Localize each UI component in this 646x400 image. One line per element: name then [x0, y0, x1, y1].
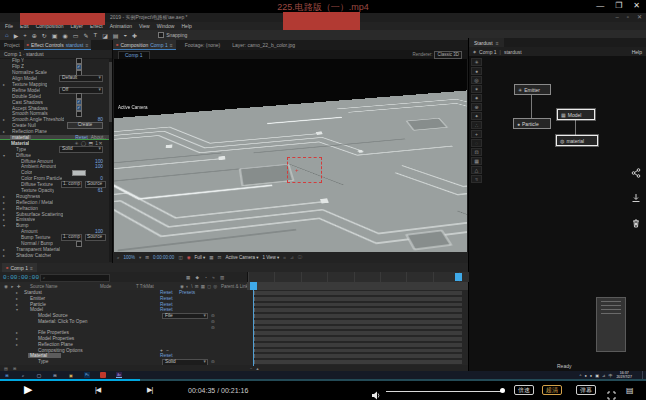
node-particle[interactable]: ● Particle	[513, 118, 551, 129]
tool-icon[interactable]: ◪	[102, 32, 108, 39]
twirl-icon[interactable]	[3, 194, 7, 199]
stopwatch-icon[interactable]: ⊙	[211, 319, 215, 324]
tool-icon[interactable]: ◒	[123, 32, 127, 39]
node-type-icon[interactable]: ◎	[471, 76, 482, 84]
tab-composition[interactable]: ■ Composition Comp 1 ≡	[113, 40, 176, 50]
viewport-toolbar-item[interactable]: ◉	[187, 255, 191, 260]
tray-icon[interactable]: ⊿	[602, 373, 605, 378]
twirl-icon[interactable]	[3, 129, 7, 134]
selection-rectangle[interactable]	[287, 157, 322, 183]
twirl-icon[interactable]	[3, 253, 7, 258]
taskbar-app-icon[interactable]: ⊞	[4, 372, 10, 378]
node-material[interactable]: ◍ material	[556, 135, 598, 146]
next-button[interactable]: ▶|	[147, 386, 152, 394]
tool-icon[interactable]: ▣	[52, 32, 58, 39]
effect-property-row[interactable]: Shadow Catcher	[0, 252, 109, 258]
layer-duration-bar[interactable]	[253, 326, 462, 330]
stopwatch-icon[interactable]: ⊙	[211, 325, 215, 330]
node-type-icon[interactable]: ⊛	[471, 103, 482, 111]
twirl-icon[interactable]	[3, 82, 7, 87]
layer-duration-bar[interactable]	[253, 291, 462, 295]
row-value[interactable]: Reset	[160, 296, 173, 301]
row-value[interactable]: Reset	[160, 290, 173, 295]
trash-icon[interactable]	[631, 218, 641, 228]
node-type-icon[interactable]: ✳	[471, 58, 482, 66]
twirl-icon[interactable]	[16, 290, 18, 295]
tab-footage[interactable]: Footage: (none)	[182, 42, 224, 48]
twirl-icon[interactable]	[3, 117, 7, 122]
tab-effect-controls[interactable]: ■ Effect Controls stardust ≡	[24, 40, 92, 50]
tool-icon[interactable]: ✚	[132, 32, 137, 39]
tool-icon[interactable]: ▭	[73, 32, 79, 39]
twirl-icon[interactable]	[16, 307, 18, 312]
node-type-icon[interactable]: ✦	[471, 112, 482, 120]
panel-menu-icon[interactable]: ≡	[30, 265, 33, 271]
node-type-icon[interactable]: ≈	[471, 175, 482, 183]
viewport-toolbar-item[interactable]: ⌗	[283, 255, 286, 260]
play-button[interactable]: ▶	[24, 383, 32, 396]
node-type-icon[interactable]: +	[471, 130, 482, 138]
menu-item[interactable]: View	[139, 23, 150, 29]
layer-duration-bar[interactable]	[253, 308, 462, 312]
row-value[interactable]: Reset	[160, 307, 173, 312]
layer-duration-bar[interactable]	[253, 331, 462, 335]
node-type-icon[interactable]: ◌	[471, 139, 482, 147]
node-navigator[interactable]	[596, 297, 626, 352]
work-area-end-handle[interactable]	[455, 273, 462, 281]
taskbar-clock[interactable]: 16:37 2019/7/27	[616, 371, 632, 379]
speed-button[interactable]: 倍速	[514, 385, 534, 395]
row-value[interactable]: Reset	[160, 302, 173, 307]
viewport-toolbar-item[interactable]: 0:00:00:00	[153, 255, 174, 260]
renderer-button[interactable]: Classic 3D	[434, 51, 462, 59]
twirl-icon[interactable]	[16, 302, 18, 307]
playlist-toggle-button[interactable]: ▤	[626, 386, 634, 395]
node-type-icon[interactable]: ▦	[471, 157, 482, 165]
viewport-toolbar-item[interactable]: 100%	[124, 255, 136, 260]
row-value[interactable]: Reset	[160, 353, 173, 358]
twirl-icon[interactable]	[16, 336, 18, 341]
ae-window-button[interactable]: ✕	[637, 14, 642, 20]
property-value[interactable]: 61	[98, 188, 103, 193]
node-type-icon[interactable]: ✷	[471, 94, 482, 102]
tool-icon[interactable]: ↻	[42, 32, 47, 39]
layer-duration-bar[interactable]	[253, 360, 462, 364]
twirl-icon[interactable]	[16, 342, 18, 347]
twirl-icon[interactable]	[3, 212, 7, 217]
quality-button[interactable]: 超清	[542, 385, 562, 395]
close-button[interactable]: ✕	[633, 1, 640, 10]
taskbar-app-icon[interactable]	[100, 372, 106, 378]
viewport-toolbar-item[interactable]: ⊡	[218, 255, 222, 260]
menu-item[interactable]: File	[5, 23, 13, 29]
tool-icon[interactable]: +	[23, 32, 27, 39]
previous-button[interactable]: |◀	[95, 386, 100, 394]
save-download-icon[interactable]	[631, 193, 641, 203]
twirl-icon[interactable]	[16, 330, 18, 335]
property-value-2[interactable]: About..	[91, 135, 106, 140]
layer-duration-bar[interactable]	[253, 320, 462, 324]
viewport-toolbar-item[interactable]: ⌕	[117, 255, 120, 260]
twirl-icon[interactable]	[3, 200, 7, 205]
volume-slider-handle[interactable]	[500, 388, 505, 393]
layer-duration-bar[interactable]	[253, 337, 462, 341]
layer-duration-bar[interactable]	[253, 354, 462, 358]
node-emitter[interactable]: ✳ Emitter	[514, 84, 551, 95]
menu-item[interactable]: Animation	[110, 23, 132, 29]
node-type-icon[interactable]: ●	[471, 67, 482, 75]
layer-duration-bar[interactable]	[253, 314, 462, 318]
property-value[interactable]: 100	[95, 159, 103, 164]
viewport-toolbar-item[interactable]: ▦	[209, 255, 213, 260]
viewport-toolbar-item[interactable]: 1 View ▾	[262, 255, 279, 260]
viewport-toolbar-item[interactable]: Active Camera ▾	[225, 255, 258, 260]
snapping-toggle[interactable]: Snapping	[158, 32, 187, 38]
danmaku-button[interactable]: 弹幕	[576, 385, 596, 395]
tray-icon[interactable]: ●	[584, 373, 586, 378]
tool-icon[interactable]: T	[93, 32, 97, 39]
panel-menu-icon[interactable]: ≡	[85, 42, 88, 48]
taskbar-app-icon[interactable]: Ae	[116, 372, 122, 378]
tray-icon[interactable]: ^	[580, 373, 582, 378]
row-value-2[interactable]: Presets	[179, 290, 195, 295]
volume-slider[interactable]	[386, 391, 502, 392]
tab-project[interactable]: Project	[0, 42, 24, 48]
playhead[interactable]	[250, 282, 257, 290]
node-model[interactable]: ▦ Model	[557, 109, 595, 120]
